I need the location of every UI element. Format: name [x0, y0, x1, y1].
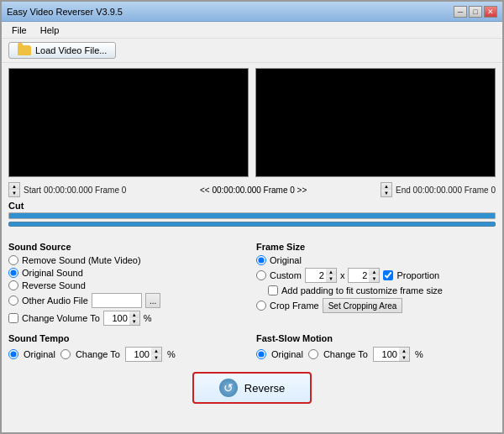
frame-h-input[interactable] — [349, 269, 369, 282]
titlebar-title: Easy Video Reverser V3.9.5 — [7, 7, 123, 17]
fast-slow-row: Original Change To 100 ▲ ▼ % — [256, 347, 496, 362]
set-crop-button[interactable]: Set Cropping Area — [323, 298, 403, 313]
end-spinner[interactable]: ▲ ▼ — [381, 182, 392, 197]
tempo-input[interactable]: 100 — [126, 348, 151, 361]
frame-size-title: Frame Size — [256, 242, 496, 252]
video-panel-left — [8, 68, 249, 177]
cut-section: Cut — [2, 199, 502, 237]
tempo-down[interactable]: ▼ — [151, 354, 161, 361]
tempo-percent: % — [167, 349, 176, 359]
frame-w-up[interactable]: ▲ — [326, 269, 336, 275]
titlebar: Easy Video Reverser V3.9.5 ─ □ ✕ — [2, 2, 502, 22]
motion-change-radio[interactable] — [308, 349, 318, 359]
frame-x-label: x — [340, 270, 345, 280]
crop-frame-row: Crop Frame Set Cropping Area — [256, 298, 496, 313]
frame-h-arrows: ▲ ▼ — [369, 269, 379, 282]
maximize-button[interactable]: □ — [469, 6, 482, 18]
motion-up[interactable]: ▲ — [399, 348, 409, 354]
main-content: Sound Source Remove Sound (Mute Video) O… — [2, 237, 502, 333]
volume-up-btn[interactable]: ▲ — [129, 311, 139, 318]
sound-source-title: Sound Source — [8, 242, 248, 252]
start-spinner[interactable]: ▲ ▼ — [8, 182, 20, 197]
sound-original-radio[interactable] — [8, 268, 18, 278]
reverse-icon: ↺ — [219, 379, 238, 397]
end-up-btn[interactable]: ▲ — [381, 183, 391, 190]
motion-down[interactable]: ▼ — [399, 354, 409, 361]
tempo-up[interactable]: ▲ — [151, 348, 161, 354]
reverse-button-container: ↺ Reverse — [2, 372, 502, 404]
minimize-button[interactable]: ─ — [454, 6, 467, 18]
motion-arrows: ▲ ▼ — [399, 348, 409, 361]
frame-w-spinner[interactable]: ▲ ▼ — [305, 268, 337, 283]
frame-h-up[interactable]: ▲ — [369, 269, 379, 275]
motion-spinner[interactable]: 100 ▲ ▼ — [373, 347, 410, 362]
add-padding-checkbox[interactable] — [268, 285, 278, 295]
frame-h-spinner[interactable]: ▲ ▼ — [348, 268, 380, 283]
folder-icon — [18, 45, 31, 55]
center-time-label: << 00:00:00.000 Frame 0 >> — [129, 186, 377, 195]
menu-help[interactable]: Help — [34, 24, 66, 37]
add-padding-row: Add padding to fit customize frame size — [256, 285, 496, 295]
slider-track[interactable] — [8, 212, 496, 219]
sound-tempo-section: Sound Tempo Original Change To 100 ▲ ▼ % — [8, 333, 248, 362]
sound-remove-row: Remove Sound (Mute Video) — [8, 255, 248, 265]
sound-reverse-radio[interactable] — [8, 280, 18, 290]
cut-label: Cut — [8, 201, 496, 211]
start-time-label: Start 00:00:00.000 Frame 0 — [24, 186, 126, 195]
sound-reverse-row: Reverse Sound — [8, 280, 248, 290]
volume-down-btn[interactable]: ▼ — [129, 318, 139, 325]
motion-original-label: Original — [271, 349, 303, 359]
frame-w-input[interactable] — [306, 269, 326, 282]
right-panel: Frame Size Original Custom ▲ ▼ x ▲ ▼ — [256, 242, 496, 328]
timeline-controls: ▲ ▼ Start 00:00:00.000 Frame 0 << 00:00:… — [2, 180, 502, 199]
bottom-panels: Sound Tempo Original Change To 100 ▲ ▼ %… — [2, 333, 502, 365]
menu-file[interactable]: File — [5, 24, 34, 37]
frame-w-down[interactable]: ▼ — [326, 275, 336, 282]
frame-custom-radio[interactable] — [256, 270, 266, 280]
sound-other-row: Other Audio File ... — [8, 293, 248, 308]
frame-h-down[interactable]: ▼ — [369, 275, 379, 282]
crop-frame-label: Crop Frame — [270, 301, 319, 311]
change-volume-checkbox[interactable] — [8, 313, 18, 323]
slider-handle[interactable] — [8, 222, 496, 233]
motion-original-radio[interactable] — [256, 349, 266, 359]
frame-original-label: Original — [270, 255, 302, 265]
tempo-change-radio[interactable] — [60, 349, 71, 359]
slider-bar[interactable] — [8, 222, 496, 227]
sound-original-row: Original Sound — [8, 268, 248, 278]
tempo-original-radio[interactable] — [8, 349, 18, 359]
sound-tempo-title: Sound Tempo — [8, 333, 248, 343]
window-controls: ─ □ ✕ — [454, 6, 497, 18]
start-down-btn[interactable]: ▼ — [9, 190, 19, 196]
sound-remove-radio[interactable] — [8, 255, 18, 265]
end-down-btn[interactable]: ▼ — [381, 190, 391, 196]
toolbar: Load Video File... — [2, 39, 502, 63]
frame-original-radio[interactable] — [256, 255, 266, 265]
menubar: File Help — [2, 22, 502, 39]
volume-input[interactable]: 100 — [104, 311, 129, 325]
end-time-label: End 00:00:00.000 Frame 0 — [396, 186, 496, 195]
frame-original-row: Original — [256, 255, 496, 265]
start-up-btn[interactable]: ▲ — [9, 183, 19, 190]
load-video-button[interactable]: Load Video File... — [8, 42, 116, 59]
reverse-label: Reverse — [244, 382, 285, 395]
tempo-spinner[interactable]: 100 ▲ ▼ — [125, 347, 162, 362]
motion-change-label: Change To — [323, 349, 368, 359]
browse-audio-button[interactable]: ... — [145, 293, 160, 308]
fast-slow-section: Fast-Slow Motion Original Change To 100 … — [256, 333, 496, 362]
volume-spinner[interactable]: 100 ▲ ▼ — [103, 311, 140, 326]
video-area — [2, 63, 502, 180]
close-button[interactable]: ✕ — [484, 6, 497, 18]
sound-original-label: Original Sound — [22, 268, 83, 278]
audio-file-input[interactable] — [92, 293, 142, 308]
change-volume-row: Change Volume To 100 ▲ ▼ % — [8, 311, 248, 326]
proportion-checkbox[interactable] — [383, 270, 393, 280]
frame-w-arrows: ▲ ▼ — [326, 269, 336, 282]
load-video-label: Load Video File... — [35, 45, 107, 55]
reverse-button[interactable]: ↺ Reverse — [192, 372, 312, 404]
motion-input[interactable]: 100 — [374, 348, 399, 361]
sound-other-radio[interactable] — [8, 295, 18, 306]
volume-percent: % — [144, 313, 152, 323]
tempo-original-label: Original — [24, 349, 55, 359]
crop-frame-radio[interactable] — [256, 301, 266, 311]
